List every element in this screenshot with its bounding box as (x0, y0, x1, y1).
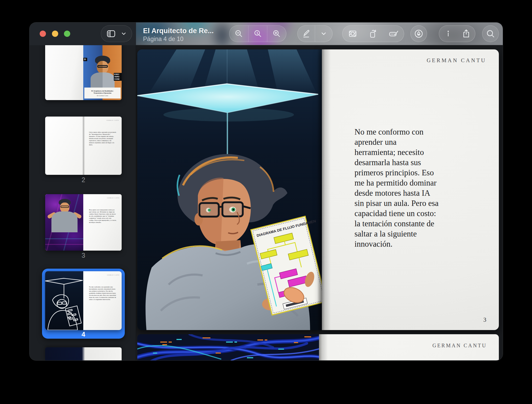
running-header: GERMAN CANTU (427, 57, 486, 64)
thumbnail-page-2[interactable]: GERMAN CANTU Llevo nueve años operando e… (45, 117, 122, 175)
next-page-text: GERMAN CANTU (319, 334, 499, 360)
thumb3-figure-glasses (61, 206, 69, 208)
thumb3-page-text: Hoy quiero ser transparente sobre por qu… (89, 209, 116, 223)
form-fill-icon (389, 29, 399, 38)
thumb1-figure-glasses (97, 65, 108, 68)
thumb3-running-header: GERMAN CANTU (107, 197, 120, 199)
thumb4-text-page: GERMAN CANTU No me conformo con aprender… (83, 271, 122, 330)
thumbnail-label-4: 4 (42, 331, 125, 338)
thumbnail-page-3[interactable]: GERMAN CANTU Hoy quiero ser transparente… (45, 194, 122, 251)
thumb4-running-header: GERMAN CANTU (107, 274, 120, 276)
thumb1-cover-page: D EXEC VERD CONE El Arquitecto de Realid… (83, 42, 122, 100)
annotate-button[interactable] (410, 25, 427, 42)
media-selection-button[interactable] (342, 26, 363, 42)
chevron-down-icon (321, 31, 327, 37)
markup-pencil-icon (302, 29, 311, 38)
thumb1-blank-page (45, 42, 83, 100)
minimize-button[interactable] (52, 31, 58, 37)
sidebar-toggle-button[interactable] (101, 25, 132, 42)
thumb1-cover-title-band: El Arquitecto de Realidades: Transición … (84, 88, 121, 99)
thumb3-figure-shirt (51, 211, 78, 232)
page-seam-shadow (322, 49, 331, 330)
next-page-illustration (137, 334, 319, 360)
zoom-out-icon (234, 29, 243, 38)
book-page-text: GERMAN CANTU No me conformo con aprender… (322, 49, 499, 330)
sidebar-icon (107, 29, 116, 38)
svg-text:1: 1 (256, 31, 258, 35)
info-button[interactable] (439, 26, 457, 42)
zoom-out-button[interactable] (229, 26, 248, 42)
form-fill-button[interactable] (383, 26, 404, 42)
media-selection-icon (348, 29, 357, 38)
book-page-illustration: DIAGRAMA DE FLUJO FUNDAMEN (137, 49, 322, 330)
info-icon (444, 29, 452, 38)
thumbnail-label-2: 2 (45, 176, 122, 184)
rotate-left-button[interactable] (363, 26, 383, 42)
sidebar-divider (136, 45, 136, 360)
thumbnail-page-4-selected[interactable]: GERMAN CANTU No me conformo con aprender… (42, 269, 125, 339)
thumb3-illustration (45, 194, 83, 251)
next-running-header: GERMAN CANTU (432, 343, 487, 349)
thumb2-page-text: Llevo nueve años operando en un modo de … (89, 131, 116, 146)
thumb1-cover-badge-left: D (83, 58, 87, 61)
actual-size-button[interactable]: 1 (249, 26, 267, 42)
page-seam-shadow (319, 334, 328, 360)
thumb3-text-page: GERMAN CANTU Hoy quiero ser transparente… (83, 194, 122, 251)
titlebar-sidebar-section (29, 22, 136, 45)
document-title: El Arquitecto de Re... (143, 27, 214, 35)
search-icon (486, 29, 495, 38)
markup-menu-button[interactable] (315, 26, 332, 42)
pen-nib-icon (414, 29, 423, 38)
thumb2-fold-shadow (82, 117, 85, 175)
thumbnail-label-3: 3 (45, 252, 122, 259)
document-view[interactable]: DIAGRAMA DE FLUJO FUNDAMEN (136, 45, 503, 360)
thumbnail-sidebar: D EXEC VERD CONE El Arquitecto de Realid… (29, 45, 136, 360)
page-body-text: No me conformo con aprender una herramie… (354, 127, 495, 249)
thumbnail-page-1[interactable]: D EXEC VERD CONE El Arquitecto de Realid… (45, 42, 122, 100)
thumbnail-page-4[interactable]: GERMAN CANTU No me conformo con aprender… (45, 271, 122, 330)
thumb4-page-text: No me conformo con aprender una herramie… (89, 286, 116, 301)
page-number: 3 (483, 316, 487, 323)
thumb4-illustration (45, 271, 83, 330)
zoom-controls: 1 (229, 25, 286, 42)
chevron-down-icon (121, 31, 126, 36)
thumb1-cover-badge-right: EXEC VERD CONE (114, 73, 122, 81)
zoom-window-button[interactable] (64, 31, 70, 37)
markup-button[interactable] (298, 26, 315, 42)
thumbnail-page-5-partial[interactable] (45, 347, 122, 361)
preview-window: D EXEC VERD CONE El Arquitecto de Realid… (29, 22, 503, 361)
toolbar: El Arquitecto de Re... Página 4 de 10 1 (29, 22, 503, 45)
page-seam-shadow (317, 49, 322, 330)
share-icon (462, 29, 471, 38)
page-indicator: Página 4 de 10 (143, 36, 184, 43)
edit-tools-group (342, 25, 404, 42)
markup-controls (297, 25, 333, 42)
actual-size-icon: 1 (253, 29, 262, 38)
thumb1-figure-shirt (91, 72, 115, 88)
close-button[interactable] (40, 31, 46, 37)
info-share-group (439, 25, 475, 42)
share-button[interactable] (457, 26, 475, 42)
zoom-in-button[interactable] (267, 26, 286, 42)
rotate-left-icon (368, 29, 378, 38)
search-button[interactable] (482, 25, 499, 42)
zoom-in-icon (272, 29, 281, 38)
thumb2-running-header: GERMAN CANTU (107, 120, 119, 121)
